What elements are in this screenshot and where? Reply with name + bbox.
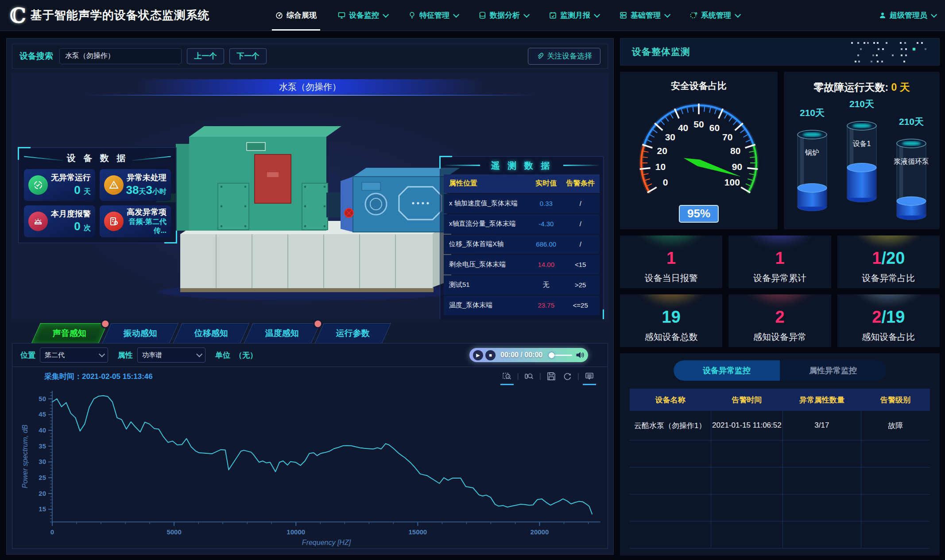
position-select[interactable]: 第二代 (40, 348, 108, 363)
svg-text:10000: 10000 (287, 528, 305, 536)
tab-temperature-sense[interactable]: 温度感知 (244, 323, 320, 343)
stat-no-abnormal: 无异常运行 0 天 (24, 169, 95, 201)
cylinder-slurry-pump: 210天 浆液循环泵 (887, 95, 936, 223)
col-attr-location: 属性位置 (444, 174, 531, 193)
stat-sensor-ratio: 2/19感知设备占比 (837, 294, 940, 347)
dot-matrix-decoration (852, 42, 852, 43)
tab-operating-params[interactable]: 运行参数 (315, 323, 391, 343)
svg-text:15: 15 (39, 505, 46, 513)
attr-value: -4.30 (531, 214, 561, 234)
notification-dot (314, 321, 321, 327)
nav-item-data-analysis[interactable]: 数据分析 (479, 0, 528, 31)
alarm-count: 3/17 (783, 411, 861, 440)
alarm-row: 云酷水泵（勿操作1） 2021-01-15 11:06:52 3/17 故障 (630, 411, 930, 440)
focus-device-select-button[interactable]: 关注设备选择 (528, 48, 600, 65)
tab-displacement-sense[interactable]: 位移感知 (173, 323, 249, 343)
user-menu[interactable]: 超级管理员 (879, 10, 935, 20)
power-spectrum-chart[interactable]: 152025303540455005000100001500020000Freq… (18, 386, 605, 548)
alarm-device-name: 云酷水泵（勿操作1） (630, 411, 711, 440)
nav-label: 数据分析 (490, 10, 520, 20)
play-button[interactable]: ▶ (473, 350, 483, 360)
nav-item-monthly-report[interactable]: 监测月报 (549, 0, 598, 31)
zoom-reset-icon[interactable] (523, 371, 535, 382)
overview-panel: 设备整体监测 安全设备占比 010203040506070809010095% … (620, 38, 940, 555)
nav-item-overview[interactable]: 综合展现 (275, 0, 317, 31)
stat-unit2: 小时 (152, 188, 167, 195)
zoom-select-icon[interactable] (501, 371, 513, 382)
stat-today-alarms: 1设备当日报警 (620, 236, 722, 288)
stat-label: 高发异常项 (127, 208, 167, 216)
svg-text:5000: 5000 (167, 528, 181, 536)
stat-unit: 天 (84, 188, 91, 195)
tab-vibration-sense[interactable]: 振动感知 (102, 323, 178, 343)
attr-cond: / (561, 214, 600, 234)
tab-attribute-abnormal-monitor[interactable]: 属性异常监控 (780, 360, 886, 381)
cylinder-days: 210天 (899, 116, 924, 129)
tab-device-abnormal-monitor[interactable]: 设备异常监控 (674, 360, 780, 381)
dashboard-page: ℂ 基于智能声学的设备状态监测系统 综合展现 设备监控 特征管理 数据分析 (0, 0, 945, 560)
svg-text:10: 10 (655, 162, 666, 172)
alarm-row-empty (630, 467, 930, 494)
volume-icon[interactable] (576, 351, 585, 359)
svg-text:40: 40 (39, 426, 46, 434)
monitor-icon (338, 12, 345, 19)
unit-label: 单位 (215, 350, 230, 360)
gauge-title: 安全设备占比 (620, 72, 778, 92)
data-view-icon[interactable] (584, 371, 595, 382)
svg-text:20: 20 (39, 490, 46, 497)
chart-toolbar: | | | (501, 371, 595, 382)
zero-fault-value: 0 (891, 81, 897, 93)
stop-button[interactable]: ■ (485, 350, 496, 360)
model-3d-viewport[interactable]: 水泵（勿操作） (12, 73, 608, 319)
tab-label: 运行参数 (336, 328, 370, 339)
gear-icon (690, 12, 697, 19)
stat-label: 无异常运行 (51, 173, 91, 182)
attribute-select[interactable]: 功率谱 (137, 348, 205, 363)
attr-value: 0.33 (531, 194, 561, 213)
device-search-input[interactable] (59, 48, 182, 64)
tab-label: 振动感知 (124, 328, 157, 339)
nav-label: 监测月报 (560, 10, 590, 20)
svg-text:15000: 15000 (408, 528, 427, 536)
chevron-down-icon (453, 11, 459, 17)
attr-name: 剩余电压_泵体末端 (444, 255, 531, 274)
device-data-panel: 设 备 数 据 无异常运行 0 天 (18, 147, 177, 243)
device-detail-panel: 设备搜索 上一个 下一个 关注设备选择 水泵（勿操作） (6, 38, 614, 555)
col-alarm-condition: 告警条件 (561, 174, 600, 193)
col-alarm-level: 告警级别 (861, 389, 930, 411)
col-realtime-value: 实时值 (531, 174, 561, 193)
sense-detail-box: 位置 第二代 属性 功率谱 单位 （无） ▶ ■ 00:00 / 00:00 (12, 343, 608, 549)
save-image-icon[interactable] (546, 371, 557, 382)
stat-unit: 次 (84, 224, 91, 232)
telemetry-table: 属性位置 实时值 告警条件 x 轴加速度值_泵体末端0.33/ x轴直流分量_泵… (444, 174, 600, 316)
tab-sound-sense[interactable]: 声音感知 (31, 323, 108, 343)
nav-item-feature-mgmt[interactable]: 特征管理 (408, 0, 457, 31)
svg-text:20000: 20000 (531, 528, 549, 536)
zero-fault-title: 零故障运行天数: 0 天 (784, 72, 940, 94)
stat-unhandled-abnormal: 异常未处理 38天3小时 (100, 169, 171, 201)
prev-device-button[interactable]: 上一个 (187, 48, 224, 64)
attr-cond: <=25 (561, 296, 600, 315)
refresh-icon[interactable] (562, 371, 573, 382)
player-time: 00:00 / 00:00 (500, 351, 542, 359)
svg-text:30: 30 (39, 458, 46, 465)
nav-item-device-monitor[interactable]: 设备监控 (338, 0, 387, 31)
attribute-label: 属性 (118, 350, 133, 360)
stat-sensor-abnormal: 2感知设备异常 (728, 294, 831, 347)
overview-header: 设备整体监测 (620, 38, 940, 66)
seek-knob[interactable] (549, 352, 554, 358)
app-logo-icon: ℂ (10, 2, 26, 29)
collect-time-value: 2021-02-05 15:13:46 (82, 372, 153, 381)
nav-item-system-mgmt[interactable]: 系统管理 (690, 0, 739, 31)
chevron-down-icon (664, 11, 670, 17)
nav-item-basic-mgmt[interactable]: 基础管理 (620, 0, 669, 31)
alarm-tabs: 设备异常监控 属性异常监控 (674, 360, 886, 381)
next-device-button[interactable]: 下一个 (229, 48, 267, 64)
stat-value: 1 (666, 249, 676, 267)
seek-slider[interactable] (549, 355, 572, 356)
svg-text:45: 45 (39, 410, 46, 418)
stat-label: 感知设备占比 (837, 331, 940, 343)
overview-title: 设备整体监测 (632, 46, 690, 58)
svg-text:60: 60 (709, 123, 720, 133)
stat-value: 38 (126, 183, 139, 197)
